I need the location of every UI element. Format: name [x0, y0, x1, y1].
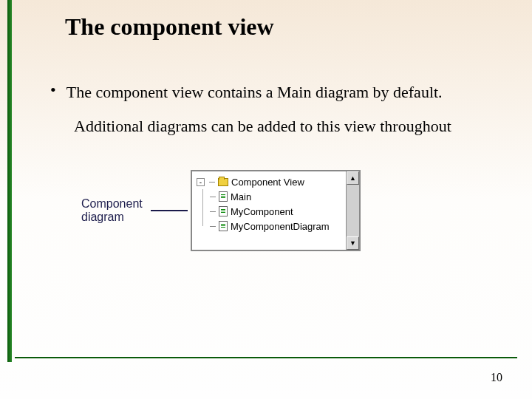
scroll-down-button[interactable]: ▼: [347, 236, 359, 250]
caption-line-2: diagram: [81, 211, 148, 224]
footer-divider: [15, 357, 517, 358]
tree-child-label: MyComponent: [231, 206, 293, 217]
tree-child-label: MyComponentDiagram: [231, 221, 330, 232]
bullet-item: • The component view contains a Main dia…: [50, 80, 486, 105]
page-number: 10: [491, 371, 502, 384]
tree-child-label: Main: [231, 191, 251, 202]
slide-accent-bar: [7, 0, 12, 362]
tree-child-row[interactable]: Main: [210, 189, 344, 204]
scrollbar[interactable]: ▲ ▼: [346, 171, 359, 250]
expand-collapse-icon[interactable]: -: [197, 178, 205, 186]
tree-root-label: Component View: [231, 177, 304, 188]
figure-caption: Component diagram: [81, 197, 148, 224]
tree-content: - Component View Main MyComponent: [197, 174, 344, 233]
tree-child-row[interactable]: MyComponentDiagram: [210, 219, 344, 233]
diagram-icon: [219, 191, 228, 202]
tree-panel: - Component View Main MyComponent: [191, 170, 361, 251]
tree-connector: [210, 197, 216, 197]
bullet-text-sub: Additional diagrams can be added to this…: [74, 117, 451, 136]
diagram-icon: [219, 206, 228, 216]
scroll-up-button[interactable]: ▲: [347, 171, 359, 185]
figure: Component diagram - Component View Main: [81, 166, 399, 255]
caption-line-1: Component: [81, 197, 148, 211]
pointer-line: [151, 210, 188, 211]
tree-connector: [210, 226, 216, 227]
tree-children: Main MyComponent MyComponentDiagram: [210, 189, 344, 233]
bullet-text-main: The component view contains a Main diagr…: [66, 80, 443, 105]
bullet-marker: •: [50, 80, 56, 100]
tree-connector: [210, 211, 216, 212]
tree-root-row[interactable]: - Component View: [197, 174, 344, 189]
folder-icon: [218, 178, 228, 186]
tree-connector: [209, 182, 215, 183]
diagram-icon: [219, 221, 228, 231]
slide-title: The component view: [65, 13, 274, 41]
tree-child-row[interactable]: MyComponent: [210, 204, 344, 219]
